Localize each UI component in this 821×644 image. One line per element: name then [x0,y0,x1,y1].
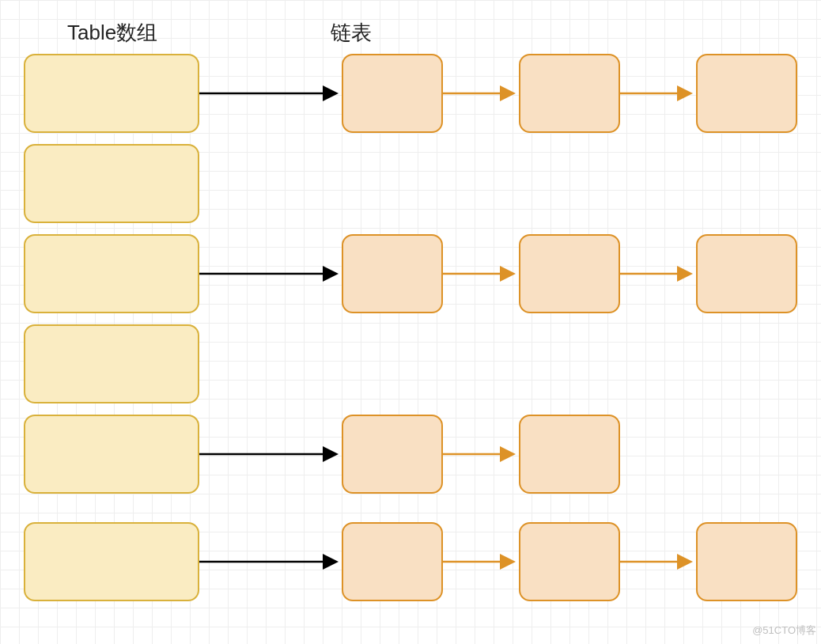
node-4-1 [519,415,620,494]
node-0-2 [696,54,797,133]
node-2-1 [519,234,620,313]
node-5-1 [519,522,620,601]
table-slot-3 [24,324,199,403]
node-2-2 [696,234,797,313]
node-5-2 [696,522,797,601]
table-slot-0 [24,54,199,133]
node-4-0 [342,415,443,494]
table-slot-4 [24,415,199,494]
table-array-label: Table数组 [67,19,157,47]
watermark: @51CTO博客 [752,623,816,638]
table-slot-5 [24,522,199,601]
linked-list-label: 链表 [331,19,372,47]
table-slot-2 [24,234,199,313]
node-0-0 [342,54,443,133]
table-slot-1 [24,144,199,223]
node-5-0 [342,522,443,601]
node-2-0 [342,234,443,313]
node-0-1 [519,54,620,133]
